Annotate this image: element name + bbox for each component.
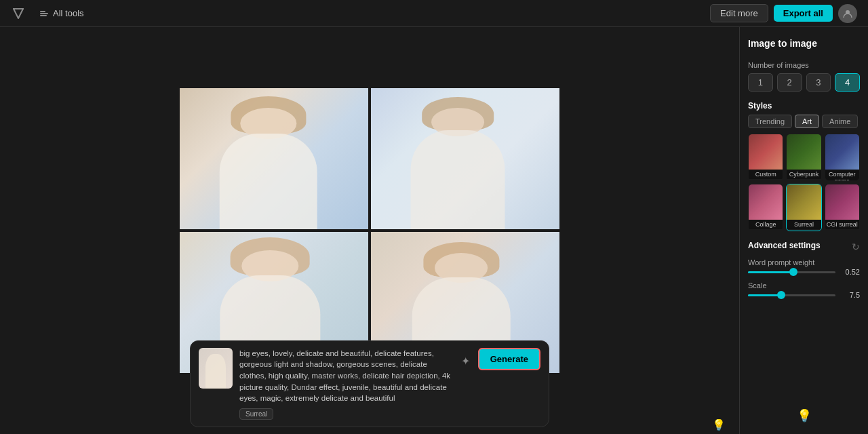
image-grid bbox=[180, 88, 559, 373]
canvas-area: big eyes, lovely, delicate and beautiful… bbox=[0, 27, 739, 434]
generated-image-2 bbox=[371, 88, 559, 229]
style-card-collage[interactable]: Collage bbox=[748, 184, 783, 231]
avatar bbox=[838, 4, 857, 23]
scale-value: 7.5 bbox=[841, 291, 860, 299]
scale-row: 7.5 bbox=[748, 291, 860, 299]
num-images-3[interactable]: 3 bbox=[806, 73, 831, 92]
prompt-text: big eyes, lovely, delicate and beautiful… bbox=[239, 348, 452, 404]
export-all-button[interactable]: Export all bbox=[774, 5, 833, 22]
styles-label: Styles bbox=[748, 101, 860, 111]
topbar-right: Edit more Export all bbox=[710, 4, 857, 23]
topbar: All tools Edit more Export all bbox=[0, 0, 868, 27]
scale-fill bbox=[748, 294, 781, 296]
num-images-section: Number of images 1 2 3 4 bbox=[748, 61, 860, 92]
styles-section: Styles Trending Art Anime Custom Cyberpu… bbox=[748, 101, 860, 231]
svg-rect-0 bbox=[40, 13, 48, 14]
scale-track[interactable] bbox=[748, 294, 835, 296]
right-panel: Image to image Number of images 1 2 3 4 … bbox=[739, 27, 868, 434]
word-prompt-track[interactable] bbox=[748, 271, 835, 273]
image-to-image-section: Image to image bbox=[748, 38, 860, 52]
scale-label: Scale bbox=[748, 281, 860, 290]
word-prompt-row: 0.52 bbox=[748, 268, 860, 276]
num-images-row: 1 2 3 4 bbox=[748, 73, 860, 92]
advanced-settings-title: Advanced settings bbox=[748, 241, 821, 250]
edit-more-button[interactable]: Edit more bbox=[710, 4, 768, 22]
bottom-hint: 💡 bbox=[712, 418, 726, 431]
styles-tabs: Trending Art Anime bbox=[748, 115, 860, 128]
num-images-2[interactable]: 2 bbox=[777, 73, 802, 92]
num-images-1[interactable]: 1 bbox=[748, 73, 773, 92]
refresh-icon[interactable]: ↻ bbox=[852, 241, 860, 252]
advanced-settings-header: Advanced settings ↻ bbox=[748, 241, 860, 253]
style-card-cgi[interactable]: CGI surreal bbox=[825, 184, 860, 231]
word-prompt-label: Word prompt weight bbox=[748, 258, 860, 267]
style-tab-art[interactable]: Art bbox=[795, 115, 819, 128]
slider-section: Word prompt weight 0.52 Scale bbox=[748, 258, 860, 299]
scale-thumb[interactable] bbox=[777, 291, 785, 299]
word-prompt-fill bbox=[748, 271, 793, 273]
generated-image-1 bbox=[180, 88, 368, 229]
prompt-bar: big eyes, lovely, delicate and beautiful… bbox=[190, 340, 549, 427]
image-to-image-title: Image to image bbox=[748, 38, 860, 49]
style-card-surreal[interactable]: Surreal bbox=[786, 184, 821, 231]
style-card-computergame[interactable]: Computer game bbox=[825, 134, 860, 181]
styles-grid: Custom Cyberpunk Computer game Collage S… bbox=[748, 134, 860, 231]
all-tools-button[interactable]: All tools bbox=[34, 5, 90, 21]
prompt-content: big eyes, lovely, delicate and beautiful… bbox=[239, 348, 452, 420]
word-prompt-value: 0.52 bbox=[841, 268, 860, 276]
generate-button[interactable]: Generate bbox=[478, 348, 540, 370]
svg-rect-2 bbox=[40, 15, 47, 16]
scale-control: Scale 7.5 bbox=[748, 281, 860, 299]
logo-icon bbox=[11, 6, 26, 21]
word-prompt-weight-control: Word prompt weight 0.52 bbox=[748, 258, 860, 276]
magic-enhance-button[interactable]: ✦ bbox=[458, 352, 473, 370]
svg-rect-1 bbox=[40, 11, 45, 12]
style-tab-anime[interactable]: Anime bbox=[822, 115, 858, 128]
topbar-left: All tools bbox=[11, 5, 90, 21]
prompt-tag: Surreal bbox=[239, 408, 273, 420]
style-card-custom[interactable]: Custom bbox=[748, 134, 783, 181]
num-images-label: Number of images bbox=[748, 61, 860, 69]
style-card-cyberpunk[interactable]: Cyberpunk bbox=[786, 134, 821, 181]
word-prompt-thumb[interactable] bbox=[789, 268, 797, 276]
style-tab-trending[interactable]: Trending bbox=[748, 115, 792, 128]
prompt-thumbnail bbox=[199, 348, 233, 389]
prompt-actions: ✦ Generate bbox=[458, 348, 540, 370]
panel-bottom-hint: 💡 bbox=[748, 408, 860, 423]
num-images-4[interactable]: 4 bbox=[835, 73, 860, 92]
advanced-settings-section: Advanced settings ↻ Word prompt weight 0… bbox=[748, 241, 860, 299]
main-area: big eyes, lovely, delicate and beautiful… bbox=[0, 27, 868, 434]
